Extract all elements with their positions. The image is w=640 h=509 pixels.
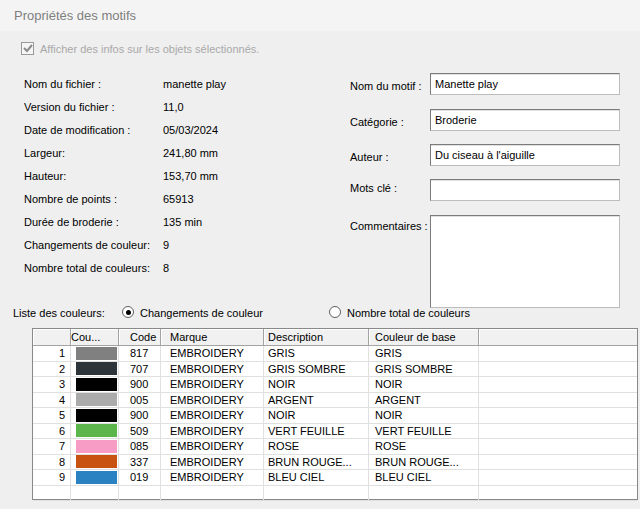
thread-base-color: BRUN ROUGE... xyxy=(369,455,479,470)
swatch-cell xyxy=(71,470,119,485)
empty-cell xyxy=(161,486,264,501)
thread-base-color: GRIS xyxy=(369,346,479,361)
row-number: 7 xyxy=(33,439,71,454)
thread-description: VERT FEUILLE xyxy=(264,424,369,439)
info-value: manette play xyxy=(163,78,226,90)
info-value: 153,70 mm xyxy=(163,170,218,182)
info-row: Nom du fichier :manette play xyxy=(24,78,226,101)
table-row[interactable]: 3 900 EMBROIDERY NOIR NOIR xyxy=(33,377,637,393)
row-number: 5 xyxy=(33,408,71,423)
category-input[interactable] xyxy=(430,109,620,131)
table-row-empty xyxy=(33,486,637,502)
radio-dot-icon xyxy=(126,310,131,315)
author-input[interactable] xyxy=(430,144,620,166)
table-row[interactable]: 5 900 EMBROIDERY NOIR NOIR xyxy=(33,408,637,424)
info-row: Version du fichier :11,0 xyxy=(24,101,226,124)
info-value: 8 xyxy=(163,262,169,274)
color-swatch xyxy=(76,347,117,360)
thread-base-color: ARGENT xyxy=(369,393,479,408)
header-num[interactable] xyxy=(33,329,71,346)
thread-base-color: ROSE xyxy=(369,439,479,454)
empty-cell xyxy=(479,486,637,501)
file-info-panel: Nom du fichier :manette play Version du … xyxy=(24,78,226,285)
info-label: Hauteur: xyxy=(24,170,163,182)
radio-total-colors[interactable] xyxy=(329,306,341,318)
info-value: 241,80 mm xyxy=(163,147,218,159)
thread-code: 509 xyxy=(119,424,161,439)
header-description[interactable]: Description xyxy=(264,329,369,346)
dialog-title: Propriétés des motifs xyxy=(14,8,136,23)
info-value: 11,0 xyxy=(163,101,184,113)
table-row[interactable]: 7 085 EMBROIDERY ROSE ROSE xyxy=(33,439,637,455)
row-number: 3 xyxy=(33,377,71,392)
info-label: Version du fichier : xyxy=(24,101,163,113)
swatch-cell xyxy=(71,346,119,361)
info-row: Nombre total de couleurs:8 xyxy=(24,262,226,285)
color-swatch xyxy=(76,362,117,375)
motif-name-input[interactable] xyxy=(430,73,620,95)
info-label: Date de modification : xyxy=(24,124,163,136)
row-number: 2 xyxy=(33,362,71,377)
thread-description: GRIS xyxy=(264,346,369,361)
table-row[interactable]: 9 019 EMBROIDERY BLEU CIEL BLEU CIEL xyxy=(33,470,637,486)
keywords-label: Mots clé : xyxy=(350,182,397,194)
thread-brand: EMBROIDERY xyxy=(161,470,264,485)
swatch-cell xyxy=(71,362,119,377)
table-row[interactable]: 1 817 EMBROIDERY GRIS GRIS xyxy=(33,346,637,362)
table-row[interactable]: 8 337 EMBROIDERY BRUN ROUGE... BRUN ROUG… xyxy=(33,455,637,471)
color-swatch xyxy=(76,440,117,453)
color-list-label: Liste des couleurs: xyxy=(13,307,105,319)
radio-color-changes[interactable] xyxy=(122,306,134,318)
thread-brand: EMBROIDERY xyxy=(161,346,264,361)
thread-brand: EMBROIDERY xyxy=(161,393,264,408)
header-code[interactable]: Code xyxy=(119,329,161,346)
thread-code: 019 xyxy=(119,470,161,485)
info-value: 05/03/2024 xyxy=(163,124,218,136)
info-label: Nom du fichier : xyxy=(24,78,163,90)
swatch-cell xyxy=(71,455,119,470)
thread-description: NOIR xyxy=(264,408,369,423)
info-value: 65913 xyxy=(163,193,194,205)
header-brand[interactable]: Marque xyxy=(161,329,264,346)
table-row[interactable]: 4 005 EMBROIDERY ARGENT ARGENT xyxy=(33,393,637,409)
swatch-cell xyxy=(71,424,119,439)
swatch-cell xyxy=(71,408,119,423)
empty-cell xyxy=(264,486,369,501)
info-value: 9 xyxy=(163,239,169,251)
info-row: Date de modification :05/03/2024 xyxy=(24,124,226,147)
table-row[interactable]: 2 707 EMBROIDERY GRIS SOMBRE GRIS SOMBRE xyxy=(33,362,637,378)
keywords-input[interactable] xyxy=(430,179,620,201)
row-number: 9 xyxy=(33,470,71,485)
table-row[interactable]: 6 509 EMBROIDERY VERT FEUILLE VERT FEUIL… xyxy=(33,424,637,440)
swatch-cell xyxy=(71,377,119,392)
show-info-checkbox[interactable] xyxy=(21,42,34,55)
row-number: 6 xyxy=(33,424,71,439)
thread-brand: EMBROIDERY xyxy=(161,408,264,423)
header-color[interactable]: Cou... xyxy=(71,329,119,346)
properties-dialog: { "window": { "title": "Propriétés des m… xyxy=(0,0,640,509)
author-label: Auteur : xyxy=(350,151,389,163)
thread-description: NOIR xyxy=(264,377,369,392)
filler-cell xyxy=(479,439,637,454)
thread-code: 085 xyxy=(119,439,161,454)
thread-brand: EMBROIDERY xyxy=(161,439,264,454)
header-filler xyxy=(479,329,637,346)
info-label: Largeur: xyxy=(24,147,163,159)
comments-textarea[interactable] xyxy=(430,215,620,308)
filler-cell xyxy=(479,362,637,377)
color-swatch xyxy=(76,378,117,391)
row-number: 4 xyxy=(33,393,71,408)
info-label: Nombre de points : xyxy=(24,193,163,205)
thread-description: ROSE xyxy=(264,439,369,454)
table-header-row: Cou... Code Marque Description Couleur d… xyxy=(33,329,637,346)
row-number: 1 xyxy=(33,346,71,361)
info-row: Hauteur:153,70 mm xyxy=(24,170,226,193)
info-label: Durée de broderie : xyxy=(24,216,163,228)
thread-description: GRIS SOMBRE xyxy=(264,362,369,377)
thread-description: BRUN ROUGE... xyxy=(264,455,369,470)
header-base-color[interactable]: Couleur de base xyxy=(369,329,479,346)
filler-cell xyxy=(479,424,637,439)
empty-cell xyxy=(71,486,119,501)
info-row: Largeur:241,80 mm xyxy=(24,147,226,170)
filler-cell xyxy=(479,377,637,392)
